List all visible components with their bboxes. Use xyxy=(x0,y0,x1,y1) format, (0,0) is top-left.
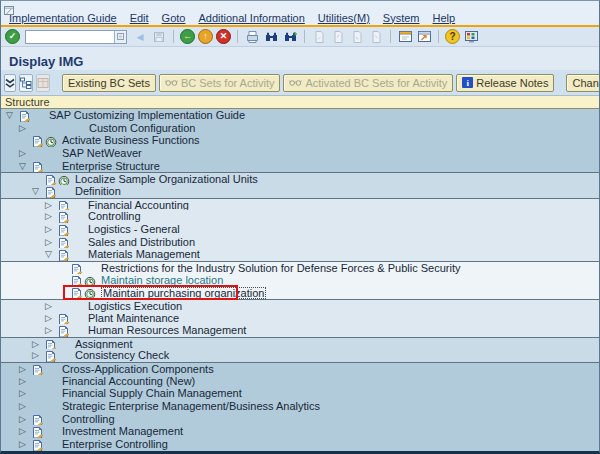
tree-row[interactable]: ▷Controlling xyxy=(1,210,599,223)
tree-row-label[interactable]: Restrictions for the Industry Solution f… xyxy=(101,262,461,275)
expand-arrow-icon[interactable]: ▷ xyxy=(19,387,26,400)
tree-row-label[interactable]: Strategic Enterprise Management/Business… xyxy=(62,400,320,413)
tree-display-button[interactable] xyxy=(19,74,33,92)
tree-row-label[interactable]: Controlling xyxy=(88,210,141,223)
tree-row-label[interactable]: Sales and Distribution xyxy=(88,236,195,249)
tree-row-label[interactable]: Assignment xyxy=(75,338,132,351)
menu-utilities[interactable]: Utilities(M) xyxy=(318,12,370,24)
expand-arrow-icon[interactable]: ▷ xyxy=(19,425,26,438)
help-icon[interactable]: ? xyxy=(445,29,460,44)
tree-row-label[interactable]: Human Resources Management xyxy=(88,324,246,337)
tree-row-label[interactable]: Maintain storage location xyxy=(101,274,223,287)
tree-row-label[interactable]: Financial Accounting xyxy=(88,199,189,212)
tree-row[interactable]: Localize Sample Organizational Units xyxy=(1,172,599,185)
tree-row[interactable]: Maintain purchasing organization xyxy=(1,286,599,299)
expand-arrow-icon[interactable]: ▷ xyxy=(45,199,52,212)
tree-row[interactable]: ▷Human Resources Management xyxy=(1,324,599,337)
enter-icon[interactable]: ✓ xyxy=(5,29,20,44)
back-icon[interactable]: ← xyxy=(180,29,195,44)
tree-row-label[interactable]: Investment Management xyxy=(62,425,183,438)
new-session-icon[interactable] xyxy=(397,29,413,45)
expand-arrow-icon[interactable]: ▷ xyxy=(45,312,52,325)
menu-goto[interactable]: Goto xyxy=(162,12,186,24)
print-icon[interactable] xyxy=(244,29,260,45)
change-log-button[interactable]: Change Log xyxy=(566,74,599,92)
tree-row-label[interactable]: Plant Maintenance xyxy=(88,312,179,325)
find-icon[interactable] xyxy=(263,29,279,45)
tree-row[interactable]: ▽Definition xyxy=(1,185,599,198)
tree-row[interactable]: ▷Plant Maintenance xyxy=(1,312,599,325)
expand-arrow-icon[interactable]: ▷ xyxy=(19,147,26,160)
expand-arrow-icon[interactable]: ▷ xyxy=(45,324,52,337)
tree-row-label[interactable]: Financial Supply Chain Management xyxy=(62,387,242,400)
tree-row-label[interactable]: Logistics - General xyxy=(88,223,180,236)
tree-row[interactable]: ▷Consistency Check xyxy=(1,349,599,362)
exit-icon[interactable]: ↑ xyxy=(198,29,213,44)
tree-row[interactable]: ▷Financial Supply Chain Management xyxy=(1,387,599,400)
customize-layout-icon[interactable] xyxy=(463,29,479,45)
expand-arrow-icon[interactable]: ▷ xyxy=(19,400,26,413)
tree-row[interactable]: ▷Financial Accounting xyxy=(1,198,599,211)
system-window-icon[interactable] xyxy=(4,1,14,19)
expand-arrow-icon[interactable]: ▷ xyxy=(32,338,39,351)
tree-row[interactable]: Activate Business Functions xyxy=(1,134,599,147)
expand-arrow-icon[interactable]: ▷ xyxy=(19,438,26,451)
tree-row[interactable]: ▷Investment Management xyxy=(1,425,599,438)
tree-row-label[interactable]: SAP Customizing Implementation Guide xyxy=(49,109,245,122)
tree-row[interactable]: ▽SAP Customizing Implementation Guide xyxy=(1,109,599,122)
tree-row-label[interactable]: SAP NetWeaver xyxy=(62,147,142,160)
expand-arrow-icon[interactable]: ▷ xyxy=(19,413,26,426)
tree-row-label[interactable]: Consistency Check xyxy=(75,349,169,362)
tree-row-label[interactable]: Custom Configuration xyxy=(89,122,195,135)
hide-command-field-icon[interactable]: ◀ xyxy=(132,29,148,45)
menu-edit[interactable]: Edit xyxy=(130,12,149,24)
expand-nodes-button[interactable] xyxy=(4,74,16,92)
expand-arrow-icon[interactable]: ▷ xyxy=(45,223,52,236)
expand-arrow-icon[interactable]: ▷ xyxy=(19,363,26,376)
tree-row-label[interactable]: Activate Business Functions xyxy=(62,134,200,147)
tree-row[interactable]: ▷Logistics - General xyxy=(1,223,599,236)
tree-row[interactable]: ▽Enterprise Structure xyxy=(1,160,599,173)
tree-row-label[interactable]: Enterprise Structure xyxy=(62,160,160,173)
tree-row[interactable]: Restrictions for the Industry Solution f… xyxy=(1,261,599,274)
tree-row-label[interactable]: Financial Accounting (New) xyxy=(62,375,195,388)
tree-row[interactable]: ▽Materials Management xyxy=(1,248,599,261)
expand-arrow-icon[interactable]: ▷ xyxy=(19,375,26,388)
expand-arrow-icon[interactable]: ▷ xyxy=(45,236,52,249)
collapse-arrow-icon[interactable]: ▽ xyxy=(19,160,26,173)
tree-row-label[interactable]: Logistics Execution xyxy=(88,300,182,313)
expand-arrow-icon[interactable]: ▷ xyxy=(45,210,52,223)
command-history-icon[interactable] xyxy=(114,31,126,43)
menu-additional-information[interactable]: Additional Information xyxy=(198,12,304,24)
cancel-icon[interactable]: ✕ xyxy=(216,29,231,44)
expand-arrow-icon[interactable]: ▷ xyxy=(32,349,39,362)
tree-row-label[interactable]: Localize Sample Organizational Units xyxy=(75,173,258,186)
tree-row-label[interactable]: Maintain purchasing organization xyxy=(101,287,266,300)
tree-row[interactable]: ▷Assignment xyxy=(1,337,599,350)
expand-arrow-icon[interactable]: ▷ xyxy=(45,300,52,313)
tree-row-label[interactable]: Cross-Application Components xyxy=(62,363,214,376)
tree-row[interactable]: ▷Enterprise Controlling xyxy=(1,438,599,451)
command-field[interactable] xyxy=(25,30,127,44)
tree-row-label[interactable]: Controlling xyxy=(62,413,115,426)
tree-row[interactable]: ▷SAP NetWeaver xyxy=(1,147,599,160)
expand-arrow-icon[interactable]: ▷ xyxy=(19,122,26,135)
tree-row[interactable]: Maintain storage location xyxy=(1,274,599,287)
release-notes-button[interactable]: i Release Notes xyxy=(456,74,554,92)
tree-row[interactable]: ▷Cross-Application Components xyxy=(1,362,599,375)
collapse-arrow-icon[interactable]: ▽ xyxy=(6,109,13,122)
menu-system[interactable]: System xyxy=(383,12,420,24)
collapse-arrow-icon[interactable]: ▽ xyxy=(45,248,52,261)
create-shortcut-icon[interactable] xyxy=(416,29,432,45)
existing-bc-sets-button[interactable]: Existing BC Sets xyxy=(62,74,156,92)
tree-row[interactable]: ▷Financial Accounting (New) xyxy=(1,375,599,388)
tree-row[interactable]: ▷Logistics Execution xyxy=(1,299,599,312)
find-next-icon[interactable] xyxy=(282,29,298,45)
menu-help[interactable]: Help xyxy=(433,12,456,24)
tree-row[interactable]: ▷Custom Configuration xyxy=(1,122,599,135)
tree-row[interactable]: ▷Strategic Enterprise Management/Busines… xyxy=(1,400,599,413)
tree-row[interactable]: ▷Controlling xyxy=(1,413,599,426)
tree-row-label[interactable]: Definition xyxy=(75,185,121,198)
tree-row[interactable]: ▷Sales and Distribution xyxy=(1,236,599,249)
tree-row-label[interactable]: Enterprise Controlling xyxy=(62,438,168,451)
